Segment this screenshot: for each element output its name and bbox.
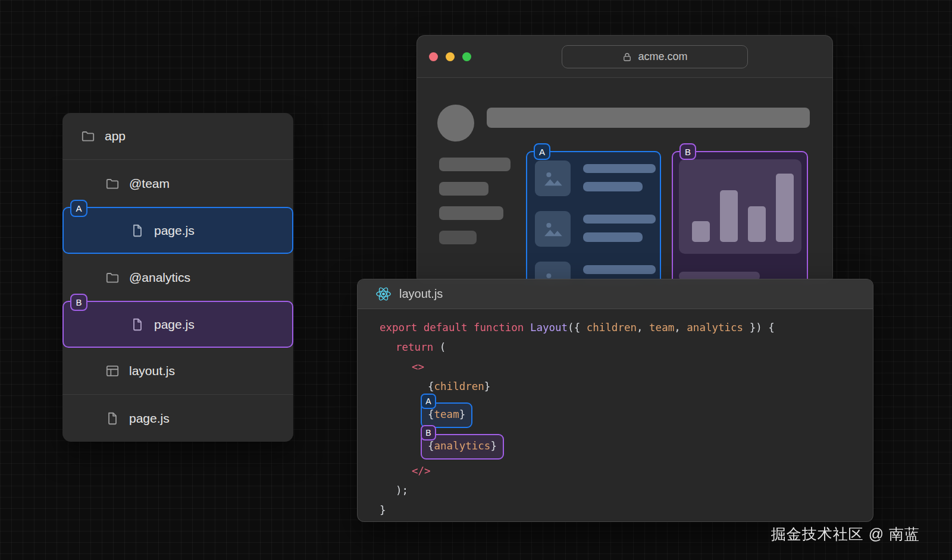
code-line: A{team} [380,402,873,428]
code-badge-a: A [421,394,436,409]
image-icon [540,216,565,241]
file-icon [130,223,145,238]
tree-item-label: page.js [129,411,170,426]
code-highlight-b: B{analytics} [421,434,504,460]
file-tree-panel: app @team A page.js @analytics B page.js… [62,113,293,442]
tree-item-page-team[interactable]: A page.js [62,207,293,254]
code-line: } [380,501,873,520]
tree-item-analytics[interactable]: @analytics [62,254,293,301]
url-bar[interactable]: acme.com [562,45,748,68]
traffic-light-minimize-icon[interactable] [446,52,455,61]
code-line: export default function Layout({ childre… [380,318,873,338]
chart-card [679,159,801,254]
file-icon [105,411,120,426]
url-text: acme.com [638,51,687,63]
watermark: 掘金技术社区 @ 南蓝 [771,524,920,544]
list-item [535,161,652,196]
browser-window: acme.com A [416,35,833,285]
folder-icon [80,128,96,144]
code-line: <> [380,357,873,377]
traffic-light-zoom-icon[interactable] [462,52,471,61]
image-placeholder [535,161,571,196]
text-skeleton-bar [583,164,656,173]
lock-icon [622,52,632,62]
sidebar-skeleton-bar [439,206,503,220]
browser-content: A [417,78,832,285]
editor-header: layout.js [358,279,873,309]
bar-chart-skeleton [692,174,794,242]
avatar [437,105,474,141]
chart-bar [720,190,738,242]
tree-item-label: @analytics [129,270,190,285]
code-line: B{analytics} [380,434,873,460]
traffic-light-close-icon[interactable] [429,52,438,61]
code-line: </> [380,461,873,481]
list-item [535,211,652,247]
code-badge-b: B [421,425,436,441]
tree-item-layout[interactable]: layout.js [62,348,293,395]
text-skeleton-bar [583,182,643,191]
sidebar-skeleton-bar [439,158,511,171]
feed-list [535,161,652,285]
tree-badge-b: B [70,294,87,311]
folder-icon [105,176,120,191]
image-placeholder [535,211,571,247]
chart-bar [748,206,766,242]
tree-item-label: page.js [154,224,195,238]
code-line: return ( [380,338,873,357]
panel-badge-a: A [534,143,550,160]
tree-item-label: layout.js [129,364,175,378]
sidebar-skeleton-bar [439,231,477,244]
tree-item-label: page.js [154,317,195,332]
layout-icon [105,363,120,379]
slot-panel-analytics: B [672,151,808,285]
code-editor-window: layout.js export default function Layout… [357,279,873,522]
panel-badge-b: B [679,143,696,160]
code-line: {children} [380,377,873,397]
tree-item-page-root[interactable]: page.js [62,395,293,442]
sidebar-skeleton-bar [439,182,488,196]
slot-panel-team: A [526,151,661,285]
code-block: export default function Layout({ childre… [358,309,873,520]
text-skeleton-bar [583,215,656,224]
text-skeleton-bar [583,265,656,274]
react-icon [375,286,392,302]
browser-titlebar: acme.com [417,36,832,78]
tree-badge-a: A [70,200,87,217]
chart-bar [776,174,794,242]
editor-title: layout.js [399,287,443,301]
image-icon [540,166,565,191]
chart-bar [692,221,710,242]
text-skeleton-bar [583,232,643,242]
tree-item-label: app [105,129,126,143]
header-skeleton-bar [487,108,810,128]
folder-icon [105,270,120,285]
file-icon [130,317,145,332]
tree-item-team[interactable]: @team [62,160,293,207]
code-line: ); [380,481,873,501]
tree-item-label: @team [129,177,170,191]
tree-item-app[interactable]: app [62,113,293,160]
tree-item-page-analytics[interactable]: B page.js [62,301,293,348]
